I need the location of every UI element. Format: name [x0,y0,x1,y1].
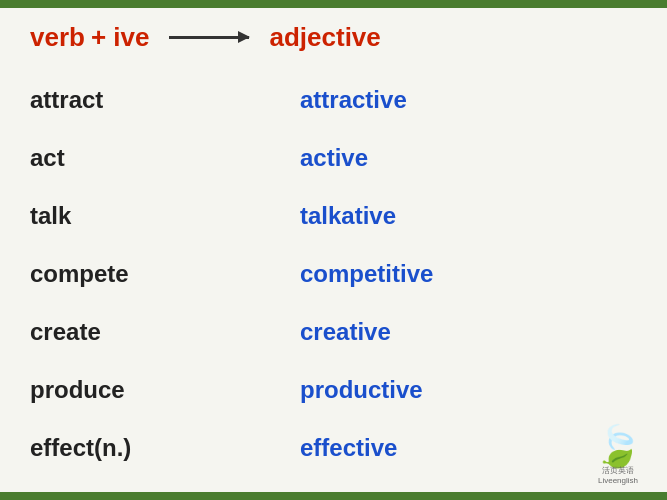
adjective-cell: productive [300,376,423,404]
table-row: attractattractive [30,71,637,129]
table-row: effect(n.)effective [30,419,637,477]
adjective-cell: talkative [300,202,396,230]
verb-cell: act [30,144,300,172]
adjective-cell: attractive [300,86,407,114]
table-row: competecompetitive [30,245,637,303]
verb-cell: produce [30,376,300,404]
header-verb: verb [30,22,85,53]
watermark-text: 活页英语 Liveenglish [598,466,638,487]
adjective-cell: active [300,144,368,172]
bottom-border [0,492,667,500]
verb-cell: talk [30,202,300,230]
leaf-icon: 🍃 [593,426,643,466]
verb-cell: attract [30,86,300,114]
table-row: produceproductive [30,361,637,419]
verb-cell: create [30,318,300,346]
table-row: createcreative [30,303,637,361]
adjective-cell: competitive [300,260,433,288]
header-adjective: adjective [269,22,380,53]
top-border [0,0,667,8]
adjective-cell: creative [300,318,391,346]
word-pairs-list: attractattractiveactactivetalktalkativec… [30,71,637,477]
header-plus-ive: + ive [91,22,150,53]
table-row: actactive [30,129,637,187]
table-row: talktalkative [30,187,637,245]
adjective-cell: effective [300,434,397,462]
arrow-icon [169,36,249,39]
verb-cell: compete [30,260,300,288]
main-content: verb + ive adjective attractattractiveac… [0,8,667,487]
watermark: 🍃 活页英语 Liveenglish [583,426,653,486]
arrow-line [169,36,249,39]
verb-cell: effect(n.) [30,434,300,462]
header-row: verb + ive adjective [30,18,637,53]
